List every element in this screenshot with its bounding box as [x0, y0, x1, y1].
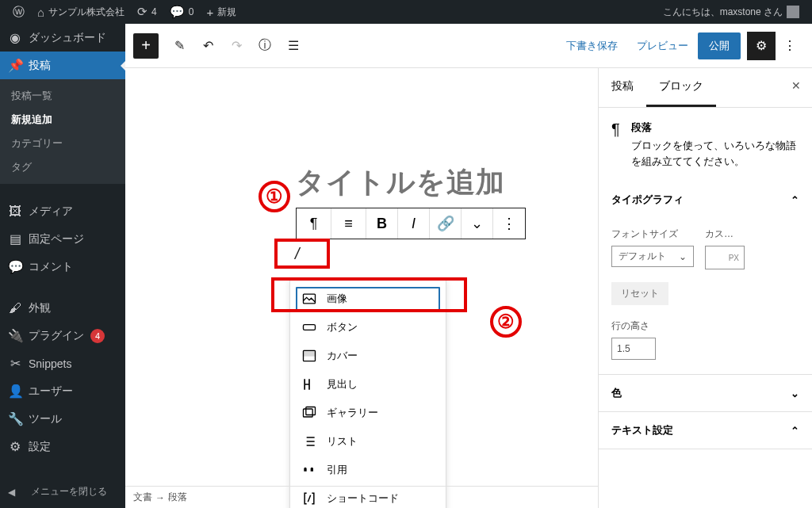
- new-content[interactable]: +新規: [200, 0, 243, 24]
- list-icon: [301, 434, 317, 449]
- scissors-icon: ✂: [8, 356, 22, 371]
- wp-logo[interactable]: ⓦ: [6, 0, 31, 24]
- more-menu-button[interactable]: ⋮: [776, 32, 804, 60]
- block-menu-item-label: 画像: [327, 292, 347, 306]
- sidebar-comments[interactable]: 💬コメント: [0, 253, 125, 281]
- save-draft-button[interactable]: 下書き保存: [557, 39, 627, 53]
- sidebar-tools-label: ツール: [29, 412, 62, 426]
- block-menu-item-cover[interactable]: カバー: [290, 342, 446, 370]
- block-menu-item-gallery[interactable]: ギャラリー: [290, 399, 446, 427]
- typography-panel-toggle[interactable]: タイポグラフィ ⌃: [599, 181, 812, 218]
- sidebar-pages[interactable]: ▤固定ページ: [0, 225, 125, 253]
- outline-icon: ☰: [288, 38, 299, 53]
- block-options-button[interactable]: ⋮: [493, 208, 525, 239]
- sidebar-plugins[interactable]: 🔌プラグイン4: [0, 322, 125, 349]
- paragraph-icon: ¶: [611, 120, 620, 139]
- add-block-button[interactable]: +: [133, 33, 159, 59]
- info-button[interactable]: ⓘ: [251, 32, 279, 60]
- more-format-button[interactable]: ⌄: [462, 208, 493, 239]
- chevron-up-icon: ⌃: [791, 194, 799, 206]
- block-menu-item-list[interactable]: リスト: [290, 427, 446, 456]
- block-inserter-menu: 画像ボタンカバー見出しギャラリーリスト引用ショートコードアーカイブ: [289, 279, 446, 508]
- line-height-input[interactable]: 1.5: [611, 338, 656, 360]
- redo-icon: ↷: [232, 38, 242, 53]
- brush-icon: 🖌: [8, 301, 22, 315]
- sidebar-snippets[interactable]: ✂Snippets: [0, 349, 125, 377]
- breadcrumb-leaf[interactable]: 段落: [168, 491, 187, 504]
- sidebar-settings[interactable]: ⚙設定: [0, 433, 125, 460]
- block-type-label: 段落: [631, 120, 799, 135]
- new-label: 新規: [217, 6, 236, 19]
- custom-size-label: カス…: [705, 227, 745, 241]
- block-menu-item-label: 見出し: [327, 377, 358, 392]
- tab-post[interactable]: 投稿: [599, 68, 646, 107]
- gear-icon: ⚙: [756, 38, 767, 53]
- align-button[interactable]: ≡: [331, 208, 366, 239]
- sidebar-dashboard[interactable]: ◉ダッシュボード: [0, 24, 125, 52]
- site-name: サンプル株式会社: [48, 6, 124, 19]
- reset-font-button[interactable]: リセット: [611, 282, 668, 305]
- sidebar-posts-cat[interactable]: カテゴリー: [0, 132, 125, 155]
- align-icon: ≡: [344, 216, 353, 232]
- sidebar-users-label: ユーザー: [29, 384, 73, 399]
- sidebar-tools[interactable]: 🔧ツール: [0, 405, 125, 433]
- tab-block[interactable]: ブロック: [646, 68, 716, 107]
- redo-button[interactable]: ↷: [222, 32, 251, 60]
- editor-canvas[interactable]: タイトルを追加 ¶ ≡ B I 🔗 ⌄ ⋮ ① ② / 画像ボタンカバー見出し: [125, 68, 598, 508]
- plugins-update-badge: 4: [90, 329, 105, 343]
- svg-rect-3: [304, 350, 316, 356]
- breadcrumb-root[interactable]: 文書: [133, 491, 152, 504]
- block-menu-item-button[interactable]: ボタン: [290, 313, 446, 342]
- color-label: 色: [611, 386, 622, 400]
- block-menu-item-image[interactable]: 画像: [295, 286, 441, 311]
- bold-icon: B: [377, 216, 387, 232]
- sidebar-plugins-label: プラグイン: [29, 329, 84, 343]
- italic-button[interactable]: I: [398, 208, 430, 239]
- transform-block-button[interactable]: ¶: [297, 208, 331, 239]
- line-height-label: 行の高さ: [611, 319, 799, 333]
- updates-count: 4: [151, 6, 157, 17]
- comments-count: 0: [189, 6, 194, 17]
- sidebar-posts-new[interactable]: 新規追加: [0, 108, 125, 132]
- close-settings[interactable]: ✕: [780, 68, 812, 107]
- font-size-select[interactable]: デフォルト ⌄: [611, 246, 694, 267]
- sidebar-appearance[interactable]: 🖌外観: [0, 295, 125, 322]
- publish-button[interactable]: 公開: [698, 32, 741, 59]
- comments-link[interactable]: 💬0: [163, 0, 201, 24]
- sidebar-posts-all[interactable]: 投稿一覧: [0, 84, 125, 108]
- custom-size-input[interactable]: PX: [705, 246, 745, 269]
- edit-mode-button[interactable]: ✎: [165, 32, 193, 60]
- link-button[interactable]: 🔗: [430, 208, 462, 239]
- settings-toggle-button[interactable]: ⚙: [747, 32, 776, 60]
- text-settings-panel-toggle[interactable]: テキスト設定 ⌃: [599, 412, 812, 449]
- block-menu-item-quote[interactable]: 引用: [290, 456, 446, 484]
- block-menu-item-label: リスト: [327, 434, 358, 449]
- info-icon: ⓘ: [259, 37, 271, 54]
- block-menu-item-heading[interactable]: 見出し: [290, 370, 446, 399]
- preview-button[interactable]: プレビュー: [627, 39, 698, 53]
- svg-rect-4: [304, 409, 313, 417]
- sidebar-posts-tag[interactable]: タグ: [0, 155, 125, 179]
- bold-button[interactable]: B: [366, 208, 398, 239]
- sidebar-media[interactable]: 🖾メディア: [0, 198, 125, 225]
- block-menu-item-label: 引用: [327, 463, 347, 477]
- updates[interactable]: ⟳4: [131, 0, 163, 24]
- admin-bar: ⓦ ⌂サンプル株式会社 ⟳4 💬0 +新規 こんにちは、maxstone さん: [0, 0, 812, 24]
- chevron-up-icon: ⌃: [791, 425, 799, 437]
- post-title-placeholder: タイトルを追加: [296, 163, 505, 202]
- sidebar-collapse-label: メニューを閉じる: [20, 485, 117, 498]
- plugin-icon: 🔌: [8, 328, 22, 343]
- sidebar-posts[interactable]: 📌投稿: [0, 52, 125, 79]
- media-icon: 🖾: [8, 204, 22, 219]
- site-home[interactable]: ⌂サンプル株式会社: [31, 0, 131, 24]
- close-icon: ✕: [791, 79, 801, 92]
- sidebar-users[interactable]: 👤ユーザー: [0, 377, 125, 405]
- refresh-icon: ⟳: [137, 5, 147, 19]
- undo-button[interactable]: ↶: [193, 32, 222, 60]
- sidebar-collapse[interactable]: ◀メニューを閉じる: [0, 476, 125, 508]
- color-panel-toggle[interactable]: 色 ⌄: [599, 375, 812, 411]
- greeting[interactable]: こんにちは、maxstone さん: [657, 0, 806, 24]
- admin-sidebar: ◉ダッシュボード 📌投稿 投稿一覧 新規追加 カテゴリー タグ 🖾メディア ▤固…: [0, 24, 125, 508]
- outline-button[interactable]: ☰: [279, 32, 308, 60]
- kebab-icon: ⋮: [783, 38, 796, 53]
